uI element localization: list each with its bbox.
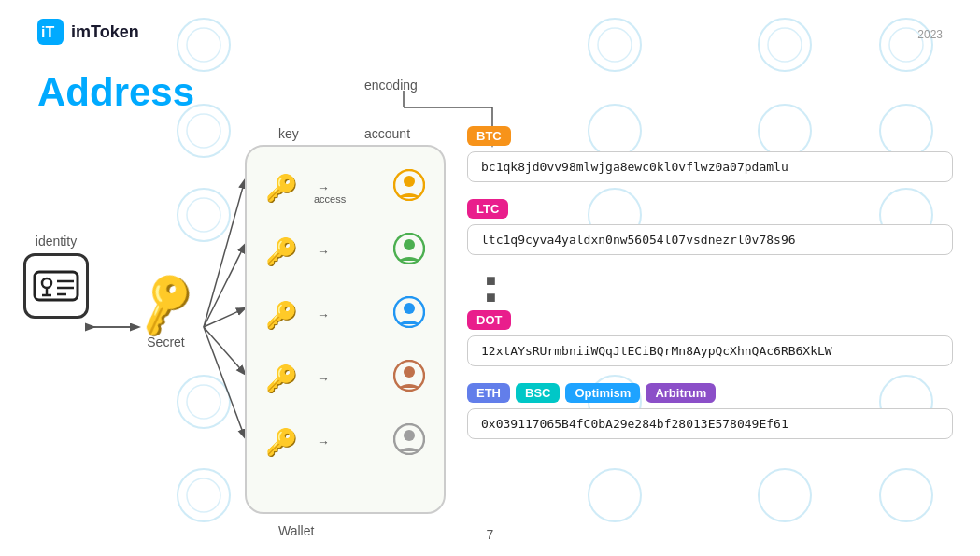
account-icon-3 — [393, 296, 425, 335]
svg-point-48 — [404, 239, 415, 250]
svg-point-13 — [187, 385, 220, 419]
key-icon-1: 🔑 — [265, 173, 298, 204]
dots-separator: ■ ■ — [467, 272, 962, 306]
identity-label: identity — [36, 234, 77, 249]
key-icon-4: 🔑 — [265, 364, 298, 394]
bsc-badge: BSC — [516, 383, 560, 403]
key-column-label: key — [278, 126, 299, 141]
svg-point-50 — [404, 303, 415, 314]
svg-point-11 — [187, 198, 220, 232]
identity-badge-icon — [23, 253, 89, 319]
svg-point-52 — [404, 366, 415, 378]
svg-point-0 — [178, 19, 230, 71]
ltc-badges: LTC — [467, 199, 962, 219]
eth-address: 0x039117065B4fC0bA29e284bf28013E578049Ef… — [467, 408, 953, 439]
page-number: 7 — [487, 527, 494, 542]
svg-line-29 — [204, 245, 245, 327]
svg-point-25 — [589, 469, 641, 521]
secret-section: 🔑 Secret — [135, 276, 196, 349]
svg-point-3 — [598, 28, 632, 62]
account-column-label: account — [364, 126, 410, 141]
account-icon-5 — [393, 423, 425, 462]
wallet-row: 🔑 → — [247, 410, 444, 474]
address-row-dot: DOT 12xtAYsRUrmbniiWQqJtECiBQrMn8AypQcXh… — [467, 310, 962, 366]
svg-point-10 — [178, 189, 230, 241]
wallet-row: 🔑 → access — [247, 156, 444, 220]
account-icon-1 — [393, 169, 425, 207]
svg-point-9 — [187, 114, 220, 148]
key-icon-3: 🔑 — [265, 300, 298, 331]
svg-point-21 — [759, 469, 811, 521]
arrow-5: → — [317, 435, 330, 449]
address-row-ltc: LTC ltc1q9cyva4yaldxn0nw56054l07vsdnezrl… — [467, 199, 962, 255]
svg-line-28 — [204, 180, 245, 327]
address-row-btc: BTC bc1qk8jd0vv98mlwjga8ewc0kl0vflwz0a07… — [467, 126, 962, 182]
addresses-section: BTC bc1qk8jd0vv98mlwjga8ewc0kl0vflwz0a07… — [467, 126, 962, 456]
dot-badges: DOT — [467, 310, 962, 330]
wallet-row: 🔑 → — [247, 347, 444, 410]
btc-badge: BTC — [467, 126, 511, 146]
wallet-label: Wallet — [278, 523, 314, 538]
logo-text: imToken — [71, 22, 139, 42]
ltc-badge: LTC — [467, 199, 508, 219]
svg-point-23 — [880, 469, 932, 521]
key-icon-5: 🔑 — [265, 427, 298, 458]
svg-text:iT: iT — [41, 24, 54, 40]
svg-point-1 — [187, 28, 220, 62]
arrow-4: → — [317, 371, 330, 386]
optimism-badge: Optimism — [565, 383, 640, 403]
svg-line-30 — [204, 308, 245, 327]
key-icon-2: 🔑 — [265, 236, 298, 267]
eth-badges: ETH BSC Optimism Arbitrum — [467, 383, 962, 403]
dot-address: 12xtAYsRUrmbniiWQqJtECiBQrMn8AypQcXhnQAc… — [467, 335, 953, 366]
arrow-3: → — [317, 307, 330, 322]
svg-line-31 — [204, 327, 245, 374]
arrow-2: → — [317, 244, 330, 259]
svg-point-6 — [880, 19, 932, 71]
imtoken-logo-icon: iT — [37, 19, 64, 45]
page-title: Address — [37, 70, 194, 115]
account-icon-4 — [393, 360, 425, 398]
access-label: access — [314, 193, 346, 205]
eth-badge: ETH — [467, 383, 510, 403]
secret-key-icon: 🔑 — [128, 267, 205, 342]
svg-point-2 — [589, 19, 641, 71]
svg-point-15 — [187, 478, 220, 512]
header: iT imToken — [37, 19, 139, 45]
year-label: 2023 — [917, 28, 943, 41]
address-row-eth: ETH BSC Optimism Arbitrum 0x039117065B4f… — [467, 383, 962, 439]
svg-rect-38 — [35, 272, 78, 300]
svg-point-4 — [759, 19, 811, 71]
svg-point-14 — [178, 469, 230, 521]
svg-point-54 — [404, 430, 415, 441]
encoding-label: encoding — [364, 78, 418, 93]
svg-point-5 — [768, 28, 802, 62]
svg-line-32 — [204, 327, 245, 437]
dot-badge: DOT — [467, 310, 511, 330]
btc-address: bc1qk8jd0vv98mlwjga8ewc0kl0vflwz0a07pdam… — [467, 151, 953, 182]
wallet-row: 🔑 → — [247, 283, 444, 347]
arbitrum-badge: Arbitrum — [646, 383, 716, 403]
btc-badges: BTC — [467, 126, 962, 146]
wallet-box: 🔑 → access 🔑 → 🔑 → — [245, 145, 446, 514]
account-icon-2 — [393, 233, 425, 271]
wallet-row: 🔑 → — [247, 220, 444, 283]
svg-point-39 — [42, 278, 51, 288]
ltc-address: ltc1q9cyva4yaldxn0nw56054l07vsdnezrl0v78… — [467, 224, 953, 255]
svg-point-12 — [178, 376, 230, 428]
identity-section: identity — [23, 234, 89, 319]
svg-point-46 — [404, 176, 415, 187]
